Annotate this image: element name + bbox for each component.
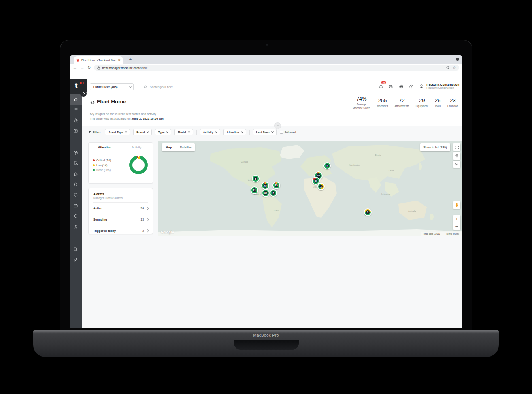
sidebar-item-service[interactable]: [70, 169, 82, 179]
map-cluster-marker[interactable]: 15: [272, 182, 280, 189]
fleet-selector-value: Entire Fleet (405): [90, 85, 127, 89]
tab-activity[interactable]: Activity: [121, 143, 153, 152]
fleet-search[interactable]: Search your fleet...: [144, 83, 175, 90]
followed-checkbox[interactable]: [280, 131, 283, 134]
map-pin-button[interactable]: [453, 152, 460, 160]
stat-column: 23 Unknown: [447, 97, 458, 108]
map-cluster-marker[interactable]: 13: [251, 186, 258, 194]
sidebar-expand-button[interactable]: [80, 90, 87, 97]
map-layers-button[interactable]: [453, 161, 460, 168]
filter-dropdown[interactable]: Type: [155, 129, 172, 135]
chevron-right-icon: [146, 229, 149, 232]
app-sidebar: [70, 94, 82, 328]
sidebar-item-toolbox[interactable]: [70, 200, 82, 211]
map-cluster-marker[interactable]: 2: [317, 183, 325, 190]
sidebar-item-fleet-list[interactable]: [70, 105, 82, 115]
zoom-out-button[interactable]: −: [453, 223, 460, 230]
show-in-list-button[interactable]: Show in list (389): [420, 143, 450, 151]
people-icon: [73, 118, 78, 123]
filter-dropdown[interactable]: Last Seen: [253, 129, 277, 135]
forward-icon[interactable]: →: [80, 66, 84, 70]
legend-item: Low (14): [93, 164, 111, 167]
sidebar-item-tags[interactable]: [70, 179, 82, 190]
fleet-stats: 74% Average Machine Score 255 Machines 7…: [353, 96, 458, 110]
pegman-button[interactable]: [453, 201, 460, 209]
alarms-subtitle: Manager Classic alarms: [93, 197, 148, 202]
sidebar-item-geofence[interactable]: [70, 211, 82, 221]
sidebar-item-diagnostics[interactable]: [70, 244, 82, 255]
zoom-in-button[interactable]: +: [453, 215, 460, 223]
map-cluster-marker[interactable]: 2: [270, 189, 277, 197]
tab-close-icon[interactable]: ✕: [118, 58, 121, 62]
sidebar-item-home[interactable]: [70, 94, 82, 105]
reload-icon[interactable]: ↻: [87, 66, 91, 70]
map-cluster-marker[interactable]: 60: [262, 189, 270, 197]
chevron-down-icon: [127, 84, 133, 90]
chevron-right-icon: [146, 218, 149, 221]
sidebar-item-reports[interactable]: [70, 158, 82, 169]
sidebar-item-telematics[interactable]: [70, 221, 82, 232]
alarm-row[interactable]: Active 24: [93, 202, 148, 214]
alarm-row[interactable]: Triggered today 2: [93, 225, 148, 236]
filter-dropdown[interactable]: Brand: [133, 129, 151, 135]
attention-donut-chart[interactable]: [129, 156, 148, 174]
chevron-down-icon: [147, 131, 149, 133]
account-menu[interactable]: Trackunit Construction Trackunit Constru…: [419, 83, 459, 90]
new-tab-button[interactable]: +: [127, 56, 134, 62]
terms-link[interactable]: Terms of Use: [446, 233, 459, 235]
chevron-right-icon: [146, 207, 149, 209]
sidebar-item-assets[interactable]: [70, 148, 82, 158]
stage: Fleet Home - Trackunit Manag ✕ + ← → ↻ n…: [0, 0, 532, 394]
satellite-view-button[interactable]: Satellite: [176, 143, 195, 151]
filter-dropdown[interactable]: Asset Type: [105, 129, 130, 135]
fleet-map[interactable]: Canada United States Mexico Brazil Russi…: [158, 141, 462, 236]
map-cluster-marker[interactable]: 43: [261, 182, 269, 190]
macbook-screen: Fleet Home - Trackunit Manag ✕ + ← → ↻ n…: [60, 40, 472, 330]
browser-toolbar: ← → ↻ new.manager.trackunit.com/home ☆: [70, 64, 462, 72]
map-view-button[interactable]: Map: [162, 143, 176, 151]
help-icon[interactable]: [409, 84, 414, 89]
url-text: new.manager.trackunit.com/home: [102, 66, 147, 70]
tag-oval-icon: [73, 182, 78, 187]
search-icon: [144, 85, 147, 89]
alarm-row[interactable]: Sounding 13: [93, 214, 148, 225]
last-updated: The page was last updated onJune 2, 2021…: [90, 117, 164, 120]
alerts-button[interactable]: 10: [379, 83, 383, 90]
alarms-title: Alarms: [93, 192, 148, 196]
map-cluster-marker[interactable]: 2: [323, 162, 331, 169]
funnel-icon: [88, 131, 92, 134]
filter-dropdown[interactable]: Activity: [200, 129, 220, 135]
followed-filter[interactable]: Followed: [280, 131, 296, 134]
map-markers-layer: 943151360222073123: [158, 141, 462, 236]
feedback-chat-icon[interactable]: [389, 84, 394, 89]
zoom-url-icon[interactable]: [446, 66, 450, 70]
browser-tab[interactable]: Fleet Home - Trackunit Manag ✕: [74, 56, 123, 64]
tab-attention[interactable]: Attention: [89, 143, 121, 152]
collapse-header-button[interactable]: [274, 122, 281, 129]
page-subtitle: My insights on the current fleet status …: [90, 112, 157, 116]
stat-value: 74%: [356, 96, 367, 102]
logo-dots: [80, 82, 84, 84]
url-bar[interactable]: new.manager.trackunit.com/home ☆: [94, 65, 459, 71]
filter-dropdown[interactable]: Model: [174, 129, 193, 135]
fleet-selector[interactable]: Entire Fleet (405): [90, 83, 134, 90]
chevron-down-icon: [271, 131, 274, 133]
filter-divider: [196, 130, 197, 135]
lower-content: Filters Asset TypeBrandTypeModel Activit…: [82, 126, 462, 328]
browser-profile-button[interactable]: [456, 58, 459, 61]
stat-value: 29: [419, 97, 425, 103]
map-cluster-marker[interactable]: 3: [364, 208, 372, 216]
map-cluster-marker[interactable]: 9: [252, 175, 260, 182]
fullscreen-button[interactable]: [453, 143, 460, 151]
legend-item: Critical (10): [93, 159, 111, 162]
sidebar-item-settings[interactable]: [70, 255, 82, 265]
globe-icon[interactable]: [399, 84, 404, 89]
filter-dropdown[interactable]: Attention: [223, 129, 246, 135]
sidebar-item-customers[interactable]: [70, 115, 82, 126]
macbook-scoop: [234, 340, 299, 350]
cube-icon: [73, 150, 78, 155]
bookmark-star-icon[interactable]: ☆: [453, 66, 456, 70]
sidebar-item-groups[interactable]: [70, 190, 82, 200]
back-icon[interactable]: ←: [73, 66, 77, 70]
sidebar-item-sites[interactable]: [70, 126, 82, 136]
